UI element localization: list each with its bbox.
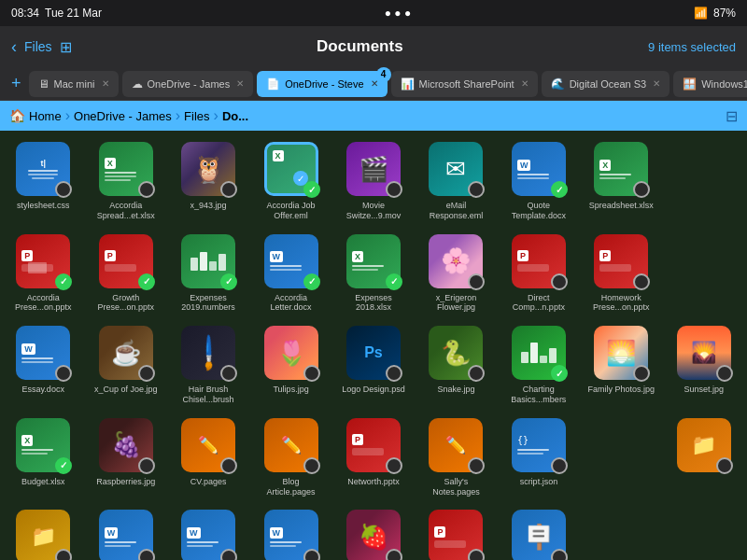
list-item[interactable]: W [169,504,247,560]
list-item[interactable]: P Networth.pptx [334,413,413,501]
list-item[interactable]: 🍓 [334,504,413,560]
select-circle[interactable] [55,549,72,560]
select-circle[interactable] [303,273,320,290]
tab-do-close[interactable]: ✕ [653,78,660,89]
select-circle[interactable] [220,457,237,474]
list-item[interactable]: ✏️ Sally's Notes.pages [416,413,495,501]
select-circle[interactable] [468,457,485,474]
select-circle[interactable] [551,273,568,290]
list-item[interactable]: 🐍 Snake.jpg [416,320,495,409]
back-label[interactable]: Files [24,39,52,54]
breadcrumb-files[interactable]: Files [184,109,209,123]
list-item[interactable]: X Spreadsheet.xlsx [582,136,660,225]
select-circle[interactable] [633,181,650,198]
list-item[interactable]: 🌸 x_Erigeron Flower.jpg [416,229,495,317]
tab-james-close[interactable]: ✕ [236,78,244,89]
tab-sharepoint[interactable]: 📊 Microsoft SharePoint ✕ [391,71,538,97]
select-circle[interactable] [55,273,72,290]
list-item[interactable]: ✉ eMail Response.eml [416,136,495,225]
select-circle[interactable] [386,181,402,198]
tab-mac-close[interactable]: ✕ [102,78,109,89]
select-circle[interactable] [138,273,155,290]
select-circle[interactable] [220,365,237,382]
tab-windows11[interactable]: 🪟 Windows11 ✕ [673,71,747,97]
list-item[interactable]: P Direct Comp...n.pptx [500,229,578,317]
list-item[interactable]: P Growth Prese...on.pptx [86,229,164,317]
breadcrumb-home[interactable]: Home [29,109,62,123]
list-item[interactable]: 🦉 x_943.jpg [169,136,247,225]
list-item[interactable]: 📁 [4,504,82,560]
select-circle[interactable] [468,181,485,198]
list-item[interactable]: ✏️ Blog Article.pages [251,413,330,501]
select-circle[interactable] [716,365,733,382]
list-item[interactable]: Expenses 2019.numbers [169,229,247,317]
tab-mac-mini[interactable]: 🖥 Mac mini ✕ [29,71,119,97]
list-item[interactable]: 🖌️ Hair Brush Chisel...brush [169,320,247,409]
tab-steve-close[interactable]: ✕ [371,78,378,89]
list-item[interactable]: X Expenses 2018.xlsx [334,229,413,317]
list-item[interactable]: 🌷 Tulips.jpg [251,320,330,409]
select-circle[interactable] [55,365,72,382]
select-circle[interactable] [551,549,568,560]
select-circle[interactable] [138,365,155,382]
sidebar-icon[interactable]: ⊞ [60,38,72,56]
select-circle[interactable] [55,457,72,474]
tab-sharepoint-close[interactable]: ✕ [521,78,529,89]
add-tab-button[interactable]: + [7,74,25,93]
select-circle[interactable] [138,549,155,560]
select-circle[interactable] [633,365,650,382]
select-circle[interactable] [303,181,320,198]
select-circle[interactable] [220,181,237,198]
list-item[interactable]: t| stylesheet.css [4,136,82,225]
select-circle[interactable] [386,365,402,382]
select-circle[interactable] [633,273,650,290]
select-circle[interactable] [55,181,72,198]
list-item[interactable]: W [86,504,164,560]
list-item[interactable]: 🎬 Movie Switze...9.mov [334,136,413,225]
select-circle[interactable] [468,549,485,560]
list-item[interactable]: X ✓ Accordia Job Offer.eml [251,136,330,225]
nav-left[interactable]: ‹ Files ⊞ [11,37,72,57]
list-item[interactable]: W [251,504,330,560]
list-item[interactable]: ✏️ CV.pages [169,413,247,501]
list-item[interactable]: P Homework Prese...on.pptx [582,229,660,317]
list-item[interactable]: X Budget.xlsx [4,413,82,501]
select-circle[interactable] [303,457,320,474]
select-circle[interactable] [386,457,402,474]
list-item[interactable]: W Essay.docx [4,320,82,409]
select-circle[interactable] [303,365,320,382]
select-circle[interactable] [716,457,733,474]
select-circle[interactable] [468,365,485,382]
list-item[interactable]: {} script.json [500,413,578,501]
list-item[interactable]: P Accordia Prese...on.pptx [4,229,82,317]
tab-onedrive-steve[interactable]: 📄 OneDrive - Steve ✕ 4 [257,71,387,97]
select-circle[interactable] [220,273,237,290]
select-circle[interactable] [551,457,568,474]
list-item[interactable]: 🌄 Sunset.jpg [665,320,743,409]
list-item[interactable]: Charting Basics...mbers [500,320,578,409]
list-item[interactable]: 🌅 Family Photos.jpg [582,320,660,409]
breadcrumb-end-icon[interactable]: ⊟ [726,108,738,124]
list-item[interactable]: W Quote Template.docx [500,136,578,225]
select-circle[interactable] [303,549,320,560]
select-circle[interactable] [138,457,155,474]
select-circle[interactable] [386,273,402,290]
back-chevron-icon[interactable]: ‹ [11,37,17,57]
select-circle[interactable] [220,549,237,560]
list-item[interactable]: P [416,504,495,560]
list-item[interactable]: 📁 [665,413,743,501]
list-item[interactable]: X Accordia Spread...et.xlsx [86,136,164,225]
list-item[interactable]: ☕ x_Cup of Joe.jpg [86,320,164,409]
tab-digitalocean[interactable]: 🌊 Digital Ocean S3 ✕ [542,71,670,97]
tab-onedrive-james[interactable]: ☁ OneDrive - James ✕ [122,71,254,97]
breadcrumb-current[interactable]: Do... [222,109,248,123]
list-item[interactable]: W Accordia Letter.docx [251,229,330,317]
list-item[interactable]: 🪧 [500,504,578,560]
select-circle[interactable] [551,181,568,198]
select-circle[interactable] [386,549,402,560]
list-item[interactable]: Ps Logo Design.psd [334,320,413,409]
select-circle[interactable] [138,181,155,198]
list-item[interactable]: 🍇 Raspberries.jpg [86,413,164,501]
breadcrumb-onedrive[interactable]: OneDrive - James [74,109,172,123]
select-circle[interactable] [551,365,568,382]
